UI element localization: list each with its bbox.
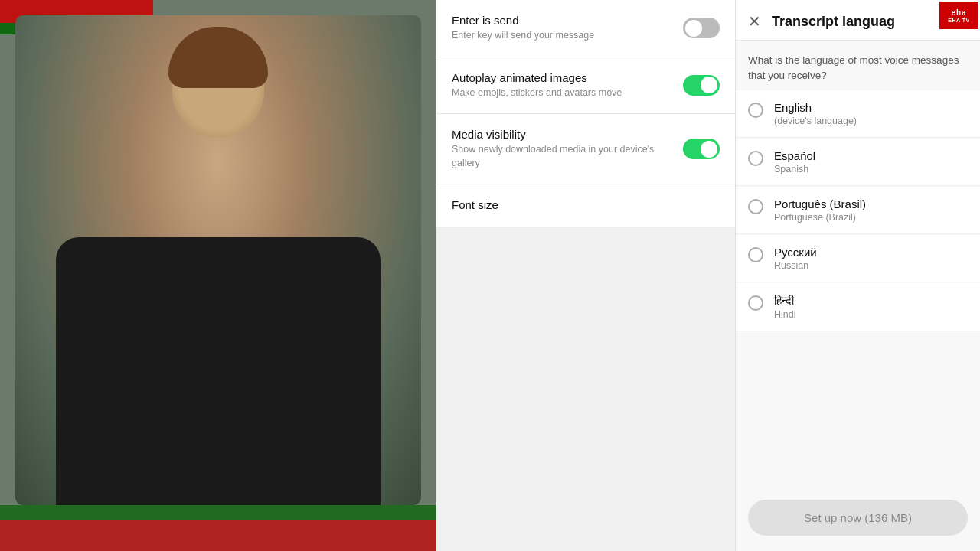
autoplay-subtitle: Make emojis, stickers and avatars move [452, 86, 675, 100]
radio-russian [748, 247, 763, 262]
language-portuguese-text: Português (Brasil) Portuguese (Brazil) [774, 197, 866, 223]
radio-hindi [748, 295, 763, 311]
english-sub: (device's language) [774, 116, 857, 126]
toggle-knob-3 [701, 141, 717, 158]
settings-item-font-size: Font size [436, 184, 735, 227]
toggle-knob [685, 20, 702, 37]
enter-is-send-subtitle: Enter key will send your message [452, 29, 675, 43]
enter-is-send-toggle[interactable] [683, 18, 720, 38]
toggle-knob-2 [701, 77, 717, 93]
enter-is-send-title: Enter is send [452, 14, 675, 27]
hindi-sub: Hindi [774, 309, 796, 320]
language-english-text: English (device's language) [774, 101, 857, 126]
espanol-sub: Spanish [774, 164, 815, 174]
language-russian-text: Русский Russian [774, 246, 817, 271]
transcript-language-panel: ✕ Transcript languag eha EHA TV What is … [735, 0, 980, 551]
media-visibility-subtitle: Show newly downloaded media in your devi… [452, 143, 675, 170]
radio-portuguese [748, 199, 763, 214]
settings-item-media-visibility: Media visibility Show newly downloaded m… [436, 114, 735, 184]
language-option-portuguese[interactable]: Português (Brasil) Portuguese (Brazil) [736, 187, 980, 234]
radio-english [748, 103, 763, 118]
language-option-espanol[interactable]: Español Spanish [736, 139, 980, 186]
language-option-hindi[interactable]: हिन्दी Hindi [736, 283, 980, 331]
media-visibility-toggle[interactable] [683, 139, 720, 159]
language-option-english[interactable]: English (device's language) [736, 90, 980, 138]
settings-item-enter-text: Enter is send Enter key will send your m… [452, 14, 675, 43]
russian-sub: Russian [774, 260, 817, 271]
close-transcript-button[interactable]: ✕ [748, 12, 761, 31]
settings-item-autoplay-text: Autoplay animated images Make emojis, st… [452, 71, 675, 100]
espanol-name: Español [774, 149, 815, 162]
settings-panel: Enter is send Enter key will send your m… [436, 0, 735, 551]
settings-item-enter-is-send: Enter is send Enter key will send your m… [436, 0, 735, 57]
person-photo [15, 15, 421, 505]
font-size-title: Font size [452, 198, 720, 211]
transcript-header: ✕ Transcript languag eha EHA TV [736, 0, 980, 41]
eha-tv-logo: eha EHA TV [938, 0, 980, 31]
language-hindi-text: हिन्दी Hindi [774, 294, 796, 320]
settings-item-media-text: Media visibility Show newly downloaded m… [452, 128, 675, 170]
photo-area [0, 0, 436, 551]
autoplay-title: Autoplay animated images [452, 71, 675, 84]
portuguese-name: Português (Brasil) [774, 197, 866, 210]
body [56, 237, 381, 505]
media-visibility-title: Media visibility [452, 128, 675, 141]
hair [168, 27, 268, 88]
red-stripe-bottom [0, 520, 436, 551]
radio-espanol [748, 151, 763, 166]
language-options-list: English (device's language) Español Span… [736, 90, 980, 331]
russian-name: Русский [774, 246, 817, 259]
transcript-question: What is the language of most voice messa… [736, 41, 980, 90]
settings-item-autoplay: Autoplay animated images Make emojis, st… [436, 57, 735, 115]
language-espanol-text: Español Spanish [774, 149, 815, 174]
portuguese-sub: Portuguese (Brazil) [774, 212, 866, 223]
setup-button[interactable]: Set up now (136 MB) [748, 500, 968, 536]
language-option-russian[interactable]: Русский Russian [736, 235, 980, 282]
hindi-name: हिन्दी [774, 294, 796, 308]
english-name: English [774, 101, 857, 114]
autoplay-toggle[interactable] [683, 75, 720, 96]
green-stripe-bottom [0, 505, 436, 520]
photo-background [0, 0, 436, 551]
